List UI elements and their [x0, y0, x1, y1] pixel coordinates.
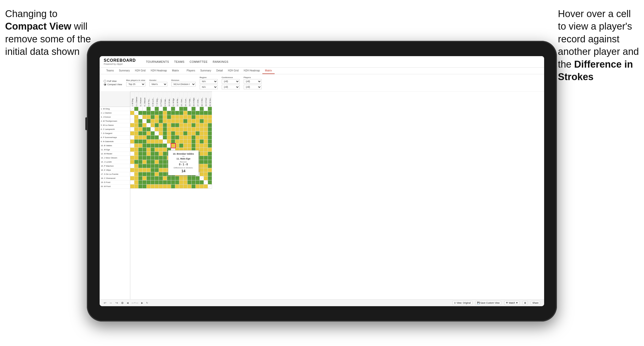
cell-7-18[interactable] — [200, 131, 204, 135]
cell-2-10[interactable] — [167, 111, 171, 115]
cell-14-8[interactable] — [159, 160, 163, 164]
cell-1-2[interactable] — [134, 107, 138, 111]
cell-19-9[interactable] — [163, 180, 167, 184]
cell-7-17[interactable] — [196, 131, 200, 135]
cell-15-1[interactable] — [130, 164, 134, 168]
cell-5-17[interactable] — [196, 123, 200, 127]
cell-7-19[interactable] — [204, 131, 208, 135]
cell-11-9[interactable] — [163, 148, 167, 152]
cell-7-20[interactable] — [208, 131, 212, 135]
cell-9-15[interactable] — [188, 140, 192, 144]
cell-5-9[interactable] — [163, 123, 167, 127]
cell-6-18[interactable] — [200, 127, 204, 131]
cell-1-5[interactable] — [147, 107, 151, 111]
cell-10-19[interactable] — [204, 144, 208, 148]
cell-9-17[interactable] — [196, 140, 200, 144]
cell-6-14[interactable] — [183, 127, 188, 131]
cell-6-13[interactable] — [179, 127, 183, 131]
cell-7-3[interactable] — [138, 131, 143, 135]
cell-8-8[interactable] — [159, 135, 163, 140]
cell-12-3[interactable] — [138, 152, 143, 156]
cell-3-6[interactable] — [151, 115, 155, 119]
cell-14-19[interactable] — [204, 160, 208, 164]
cell-20-15[interactable] — [188, 184, 192, 189]
cell-6-19[interactable] — [204, 127, 208, 131]
nav-committee[interactable]: COMMITTEE — [190, 59, 208, 64]
cell-10-14[interactable] — [183, 144, 188, 148]
cell-13-19[interactable] — [204, 156, 208, 160]
cell-6-2[interactable] — [134, 127, 138, 131]
cell-6-10[interactable] — [167, 127, 171, 131]
cell-11-3[interactable] — [138, 148, 143, 152]
cell-6-16[interactable] — [192, 127, 196, 131]
cell-18-20[interactable] — [208, 176, 212, 180]
cell-5-10[interactable] — [167, 123, 171, 127]
tab-detail[interactable]: Detail — [214, 68, 226, 74]
cell-11-7[interactable] — [155, 148, 159, 152]
full-view-radio[interactable] — [104, 80, 106, 82]
cell-18-19[interactable] — [204, 176, 208, 180]
cell-9-8[interactable] — [159, 140, 163, 144]
cell-19-20[interactable] — [208, 180, 212, 184]
cell-14-1[interactable] — [130, 160, 134, 164]
cell-9-9[interactable] — [163, 140, 167, 144]
cell-18-7[interactable] — [155, 176, 159, 180]
cell-6-11[interactable] — [171, 127, 175, 131]
cell-18-13[interactable] — [179, 176, 183, 180]
cell-5-15[interactable] — [188, 123, 192, 127]
cell-1-14[interactable] — [183, 107, 188, 111]
cell-16-6[interactable] — [151, 168, 155, 172]
cell-3-7[interactable] — [155, 115, 159, 119]
cell-14-6[interactable] — [151, 160, 155, 164]
cell-16-2[interactable] — [134, 168, 138, 172]
tab-h2h-grid2[interactable]: H2H Grid — [225, 68, 241, 74]
cell-13-7[interactable] — [155, 156, 159, 160]
cell-4-19[interactable] — [204, 119, 208, 123]
cell-2-11[interactable] — [171, 111, 175, 115]
tab-teams[interactable]: Teams — [104, 68, 116, 74]
cell-14-3[interactable] — [138, 160, 143, 164]
cell-5-13[interactable] — [179, 123, 183, 127]
cell-4-20[interactable] — [208, 119, 212, 123]
cell-17-5[interactable] — [147, 172, 151, 176]
cell-8-6[interactable] — [151, 135, 155, 140]
division-select[interactable]: NCAA Division I — [171, 82, 196, 86]
cell-10-17[interactable] — [196, 144, 200, 148]
cell-1-19[interactable] — [204, 107, 208, 111]
cell-10-6[interactable] — [151, 144, 155, 148]
cell-19-16[interactable] — [192, 180, 196, 184]
cell-17-20[interactable] — [208, 172, 212, 176]
cell-3-12[interactable] — [175, 115, 179, 119]
cell-20-17[interactable] — [196, 184, 200, 189]
cell-4-18[interactable] — [200, 119, 204, 123]
cell-16-7[interactable] — [155, 168, 159, 172]
view-original-button[interactable]: ⊙ View: Original — [452, 301, 472, 305]
cell-9-2[interactable] — [134, 140, 138, 144]
cell-5-20[interactable] — [208, 123, 212, 127]
cell-5-1[interactable] — [130, 123, 134, 127]
cell-2-5[interactable] — [147, 111, 151, 115]
cell-9-19[interactable] — [204, 140, 208, 144]
cell-20-5[interactable] — [147, 184, 151, 189]
cell-5-14[interactable] — [183, 123, 188, 127]
cell-15-20[interactable] — [208, 164, 212, 168]
region-select1[interactable]: N/A — [200, 79, 218, 84]
cell-10-4[interactable] — [143, 144, 147, 148]
cell-9-12[interactable] — [175, 140, 179, 144]
cell-9-11[interactable] — [171, 140, 175, 144]
cell-3-18[interactable] — [200, 115, 204, 119]
cell-16-5[interactable] — [147, 168, 151, 172]
cell-6-15[interactable] — [188, 127, 192, 131]
cell-4-1[interactable] — [130, 119, 134, 123]
cell-10-11[interactable] — [171, 144, 175, 148]
cell-7-12[interactable] — [175, 131, 179, 135]
cell-12-7[interactable] — [155, 152, 159, 156]
cell-3-5[interactable] — [147, 115, 151, 119]
compact-view-option[interactable]: Compact View — [104, 83, 122, 86]
cell-19-2[interactable] — [134, 180, 138, 184]
cell-11-1[interactable] — [130, 148, 134, 152]
cell-10-20[interactable] — [208, 144, 212, 148]
cell-19-15[interactable] — [188, 180, 192, 184]
cell-19-7[interactable] — [155, 180, 159, 184]
cell-20-10[interactable] — [167, 184, 171, 189]
